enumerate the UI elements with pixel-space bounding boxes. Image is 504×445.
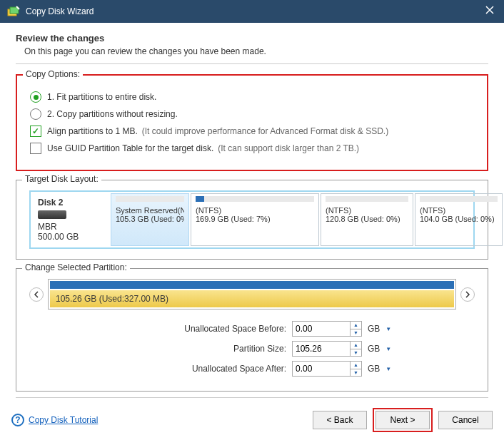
unit-label: GB	[368, 364, 380, 374]
divider	[16, 397, 488, 398]
change-selected-partition-group: Change Selected Partition: 105.26 GB (Us…	[16, 268, 488, 392]
help-icon: ?	[11, 414, 24, 426]
slider-label: 105.26 GB (Used:327.00 MB)	[50, 290, 454, 307]
partition-block[interactable]: (NTFS)104.0 GB (Used: 0%)	[415, 193, 503, 246]
unalloc-after-label: Unallocated Space After:	[29, 364, 292, 374]
partition-name: System Reserved(N	[116, 206, 184, 215]
target-disk-layout-group: Target Disk Layout: Disk 2 MBR 500.00 GB…	[16, 180, 488, 260]
disk-name: Disk 2	[38, 198, 104, 208]
help-link[interactable]: Copy Disk Tutorial	[29, 415, 98, 425]
partition-name: (NTFS)	[326, 206, 408, 215]
unit-dropdown-icon[interactable]: ▼	[385, 366, 391, 372]
wizard-icon	[7, 5, 20, 18]
disk-type: MBR	[38, 222, 104, 232]
disk-size: 500.00 GB	[38, 232, 104, 242]
option-fit-entire-disk[interactable]: 1. Fit partitions to entire disk.	[30, 91, 474, 103]
unalloc-after-input[interactable]	[292, 361, 351, 377]
next-button-highlight: Next >	[373, 408, 433, 432]
partition-size-stepper[interactable]: ▲▼	[351, 341, 362, 357]
window-title: Copy Disk Wizard	[26, 6, 485, 16]
slider-left-button[interactable]	[29, 287, 44, 302]
disk-layout: Disk 2 MBR 500.00 GB System Reserved(N10…	[29, 190, 475, 249]
option-label: 1. Fit partitions to entire disk.	[47, 92, 156, 102]
slider-bar	[50, 281, 454, 289]
option-use-gpt[interactable]: Use GUID Partition Table for the target …	[30, 143, 474, 154]
change-legend: Change Selected Partition:	[22, 262, 130, 272]
unalloc-before-input[interactable]	[292, 321, 351, 337]
unit-dropdown-icon[interactable]: ▼	[385, 346, 391, 352]
usage-bar	[420, 196, 498, 202]
help-link-wrap: ? Copy Disk Tutorial	[11, 414, 98, 426]
unit-label: GB	[368, 344, 380, 354]
option-label: 2. Copy partitions without resizing.	[47, 109, 178, 119]
unit-label: GB	[368, 324, 380, 334]
disk-info: Disk 2 MBR 500.00 GB	[32, 193, 109, 246]
unalloc-before-stepper[interactable]: ▲▼	[351, 321, 362, 337]
cancel-button[interactable]: Cancel	[438, 411, 493, 429]
close-icon[interactable]	[485, 6, 497, 17]
partition-usage: 120.8 GB (Used: 0%)	[326, 215, 408, 223]
slider-right-button[interactable]	[460, 287, 475, 302]
unalloc-after-stepper[interactable]: ▲▼	[351, 361, 362, 377]
divider	[16, 63, 488, 64]
usage-bar	[116, 196, 184, 202]
radio-icon	[30, 108, 41, 120]
option-label: Use GUID Partition Table for the target …	[47, 143, 213, 153]
unalloc-before-label: Unallocated Space Before:	[29, 324, 292, 334]
option-hint: (It can support disk larger than 2 TB.)	[218, 143, 359, 153]
disk-icon	[38, 210, 66, 219]
option-align-1mb[interactable]: Align partitions to 1 MB. (It could impr…	[30, 126, 474, 137]
copy-options-legend: Copy Options:	[23, 69, 83, 79]
layout-legend: Target Disk Layout:	[22, 174, 101, 184]
page-subheading: On this page you can review the changes …	[24, 46, 488, 56]
usage-bar	[326, 196, 408, 202]
copy-options-group: Copy Options: 1. Fit partitions to entir…	[16, 74, 488, 171]
partition-name: (NTFS)	[420, 206, 498, 215]
checkbox-icon	[30, 143, 41, 154]
usage-bar	[196, 196, 314, 202]
checkbox-icon	[30, 126, 41, 137]
partition-block[interactable]: (NTFS)169.9 GB (Used: 7%)	[191, 193, 319, 246]
option-label: Align partitions to 1 MB.	[47, 126, 138, 136]
partition-slider[interactable]: 105.26 GB (Used:327.00 MB)	[48, 279, 456, 310]
partition-block[interactable]: (NTFS)120.8 GB (Used: 0%)	[321, 193, 413, 246]
option-copy-without-resize[interactable]: 2. Copy partitions without resizing.	[30, 108, 474, 120]
titlebar: Copy Disk Wizard	[0, 0, 504, 23]
partition-block[interactable]: System Reserved(N105.3 GB (Used: 0%)	[111, 193, 189, 246]
partition-size-input[interactable]	[292, 341, 351, 357]
next-button[interactable]: Next >	[376, 411, 430, 429]
partition-name: (NTFS)	[196, 206, 314, 215]
footer: ? Copy Disk Tutorial < Back Next > Cance…	[0, 401, 504, 439]
unit-dropdown-icon[interactable]: ▼	[385, 326, 391, 332]
option-hint: (It could improve performance for Advanc…	[142, 126, 388, 136]
partition-size-label: Partition Size:	[29, 344, 292, 354]
partition-usage: 105.3 GB (Used: 0%)	[116, 215, 184, 223]
partition-usage: 104.0 GB (Used: 0%)	[420, 215, 498, 223]
partition-usage: 169.9 GB (Used: 7%)	[196, 215, 314, 223]
page-heading: Review the changes	[16, 33, 488, 44]
back-button[interactable]: < Back	[313, 411, 367, 429]
radio-icon	[30, 91, 41, 103]
